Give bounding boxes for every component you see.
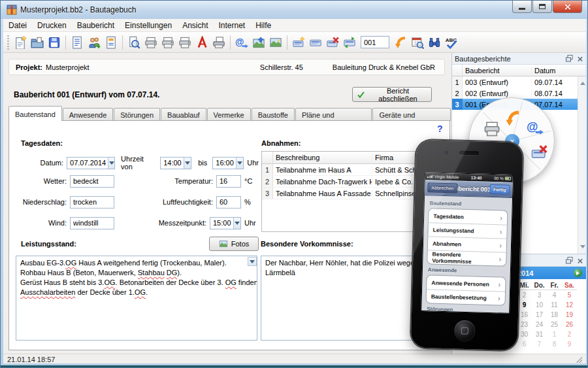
minimize-button[interactable] (512, 1, 532, 13)
float-panel-icon[interactable] (565, 256, 574, 265)
calendar-day[interactable]: 2 (562, 329, 577, 339)
move-report-icon[interactable] (341, 34, 358, 51)
temperatur-field[interactable] (216, 175, 241, 188)
menu-drucken[interactable]: Drucken (32, 20, 72, 31)
open-project-icon[interactable] (29, 34, 46, 51)
calendar-day[interactable]: 23 (517, 320, 532, 329)
new-report-icon[interactable] (290, 34, 307, 51)
scroll-up-icon[interactable] (580, 79, 585, 85)
tab-st-rungen[interactable]: Störungen (114, 108, 160, 121)
tab-bautenstand[interactable]: Bautenstand (8, 106, 62, 121)
calendar-day[interactable]: 17 (532, 310, 547, 320)
calendar-day[interactable]: 4 (547, 290, 562, 300)
search-date-icon[interactable] (409, 34, 426, 51)
report-number-input[interactable] (361, 36, 389, 48)
import-photos-icon[interactable] (250, 34, 267, 51)
report-list-item[interactable]: 1003 (Entwurf)09.07.14 (452, 76, 586, 88)
menu-datei[interactable]: Datei (3, 20, 32, 31)
tab-vermerke[interactable]: Vermerke (207, 108, 251, 121)
chevron-down-icon[interactable] (236, 158, 243, 169)
von-combo[interactable]: 14:00 (160, 157, 191, 169)
bis-combo[interactable]: 16:00 (212, 157, 244, 169)
print-selection-icon[interactable] (176, 34, 193, 51)
goto-report-icon[interactable] (504, 110, 521, 127)
home-button[interactable] (453, 320, 475, 342)
search-icon[interactable] (426, 34, 443, 51)
leistungsstand-textarea[interactable]: Ausbau EG-3.OG Haus A weitgehend fertig … (16, 256, 257, 341)
fotos-button[interactable]: Fotos (209, 237, 259, 251)
float-panel-icon[interactable] (565, 54, 574, 63)
chevron-down-icon[interactable] (108, 158, 114, 169)
calendar-day[interactable]: 3 (532, 290, 547, 300)
delete-report-icon[interactable] (324, 34, 341, 51)
calendar-day[interactable]: 26 (562, 320, 577, 329)
spellcheck-icon[interactable]: ABC (443, 34, 460, 51)
tab-anwesende[interactable]: Anwesende (63, 108, 114, 121)
close-panel-icon[interactable] (578, 56, 583, 61)
print-icon[interactable] (483, 120, 500, 137)
datum-combo[interactable]: 07.07.2014 (67, 157, 115, 169)
calendar-day[interactable]: 9 (562, 339, 577, 349)
calendar-next-button[interactable] (574, 269, 582, 277)
wind-field[interactable] (70, 217, 114, 229)
calendar-day[interactable]: 6 (517, 339, 532, 349)
send-email-icon[interactable]: @ (527, 119, 544, 136)
project-data-icon[interactable] (69, 34, 86, 51)
chevron-down-icon[interactable] (184, 158, 191, 169)
done-button[interactable]: Fertig (489, 184, 510, 195)
save-icon[interactable] (46, 34, 63, 51)
resize-grip[interactable] (576, 357, 582, 363)
column-baubericht[interactable]: Baubericht (463, 67, 532, 75)
calendar-day[interactable]: 10 (532, 300, 547, 310)
calendar-day[interactable]: 18 (547, 310, 562, 320)
help-icon[interactable]: ? (437, 124, 443, 134)
niederschlag-field[interactable] (70, 196, 114, 209)
tab-bauablauf[interactable]: Bauablauf (161, 108, 206, 121)
print-all-icon[interactable] (159, 34, 176, 51)
calendar-day[interactable]: 30 (517, 329, 532, 339)
print-icon[interactable] (142, 34, 159, 51)
calendar-day[interactable]: 1 (547, 329, 562, 339)
menu-baubericht[interactable]: Baubericht (72, 20, 120, 31)
menu-hilfe[interactable]: Hilfe (250, 20, 276, 31)
calendar-day[interactable]: 24 (532, 320, 547, 329)
report-list-item[interactable]: 2002 (Entwurf)08.07.14 (452, 88, 586, 99)
pdf-export-icon[interactable] (193, 34, 210, 51)
send-email-icon[interactable]: @ (233, 34, 250, 51)
calendar-day[interactable]: 2 (517, 290, 532, 300)
column-datum[interactable]: Datum (532, 67, 586, 75)
menu-ansicht[interactable]: Ansicht (177, 20, 213, 31)
new-project-icon[interactable] (12, 34, 29, 51)
calendar-day[interactable]: 31 (532, 329, 547, 339)
addresses-icon[interactable] (86, 34, 103, 51)
photos-icon[interactable] (267, 34, 284, 51)
dropdown-icon[interactable] (248, 257, 257, 266)
calendar-day[interactable]: 11 (547, 300, 562, 310)
tab-baustoffe[interactable]: Baustoffe (252, 108, 295, 121)
print-preview-icon[interactable] (125, 34, 142, 51)
calendar-day[interactable]: 9 (517, 300, 532, 310)
report-overview-icon[interactable] (103, 34, 120, 51)
close-button[interactable] (553, 1, 582, 13)
chevron-down-icon[interactable] (233, 218, 240, 229)
calendar-day[interactable]: 19 (562, 310, 577, 320)
maximize-button[interactable] (532, 1, 552, 13)
list-item-besondere-vorkommnisse[interactable]: Besondere Vorkommnisse› (427, 250, 506, 265)
menu-einstellungen[interactable]: Einstellungen (120, 20, 177, 31)
tab-pl-ne-und-dokumente[interactable]: Pläne und Dokumente (295, 108, 372, 121)
calendar-day[interactable]: 12 (562, 300, 577, 310)
messzeitpunkt-combo[interactable]: 15:00 (210, 217, 241, 229)
toolbar-grip[interactable] (7, 35, 9, 50)
calendar-day[interactable]: 8 (547, 339, 562, 349)
close-panel-icon[interactable] (578, 258, 583, 263)
column-beschreibung[interactable]: Beschreibung (273, 154, 372, 161)
goto-report-icon[interactable] (392, 34, 409, 51)
fax-icon[interactable] (210, 34, 227, 51)
scroll-down-icon[interactable] (580, 245, 585, 251)
scrollbar[interactable] (578, 76, 586, 254)
copy-report-icon[interactable] (307, 34, 324, 51)
calendar-day[interactable]: 16 (517, 310, 532, 320)
calendar-day[interactable]: 7 (532, 339, 547, 349)
calendar-day[interactable]: 5 (562, 290, 577, 300)
menu-internet[interactable]: Internet (214, 20, 251, 31)
